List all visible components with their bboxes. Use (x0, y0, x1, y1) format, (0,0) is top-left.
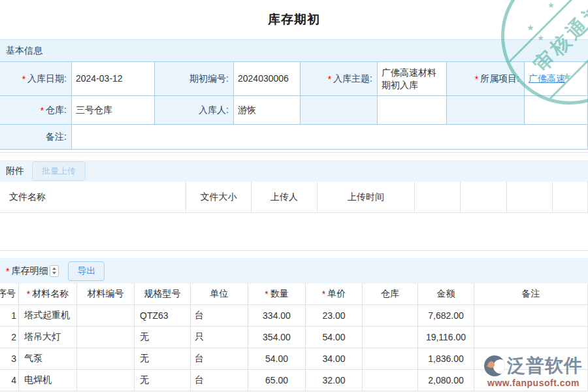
field-value-remark (72, 125, 588, 150)
table-row-cell (77, 348, 135, 370)
table-row-cell: 23.00 (306, 305, 363, 327)
table-row-cell: 台 (191, 348, 248, 370)
table-row-cell: 气泵 (19, 348, 77, 370)
table-row-cell: 1 (0, 305, 19, 327)
table-row-cell (77, 327, 135, 348)
field-label-project: * 所属项目: (447, 62, 525, 96)
col-uploader: 上传人 (252, 182, 318, 213)
col-empty (461, 182, 507, 213)
empty-label-cell (447, 96, 525, 125)
basic-info-section-header: 基本信息 (0, 40, 588, 62)
table-row-cell (474, 370, 588, 391)
attachments-title: 附件 (6, 165, 24, 177)
field-value-opening-number: 2024030006 (234, 62, 301, 96)
field-value-storage-subject: 广佛高速材料期初入库 (378, 62, 447, 96)
page-title: 库存期初 (268, 11, 320, 28)
col-remark: 备注 (474, 284, 588, 305)
table-row-cell: 电焊机 (19, 370, 77, 391)
table-row-cell: 无 (135, 327, 191, 348)
col-empty (507, 182, 553, 213)
table-row-cell: 32.00 (306, 370, 363, 391)
basic-info-title: 基本信息 (6, 45, 42, 57)
col-upload-time: 上传时间 (318, 182, 415, 213)
table-row-cell (77, 305, 135, 327)
field-label-storage-person: 入库人: (155, 96, 234, 125)
table-row-cell (363, 370, 418, 391)
table-row-cell: 65.00 (248, 370, 306, 391)
table-row-cell: 7,682.00 (418, 305, 474, 327)
table-row-cell: 354.00 (248, 327, 306, 348)
table-row-cell (474, 348, 588, 370)
basic-info-form: * 入库日期: 2024-03-12 期初编号: 2024030006 * 入库… (0, 62, 588, 150)
col-seq: 序号 (0, 284, 19, 305)
field-label-opening-number: 期初编号: (155, 62, 234, 96)
table-row-cell: 34.00 (306, 348, 363, 370)
table-row-cell: 台 (191, 305, 248, 327)
spinner-down-icon (52, 272, 56, 274)
table-row-cell: QTZ63 (135, 305, 191, 327)
col-material-name: *材料名称 (19, 284, 77, 305)
col-empty (415, 182, 461, 213)
table-row-cell: 2,080.00 (418, 370, 474, 391)
table-row-cell: 54.00 (248, 348, 306, 370)
table-row-cell: 2 (0, 327, 19, 348)
col-spec-model: 规格型号 (135, 284, 191, 305)
col-empty (553, 182, 588, 213)
table-row-cell (363, 305, 418, 327)
table-row-cell: 塔式起重机 (19, 305, 77, 327)
col-file-name: 文件名称 (0, 182, 186, 213)
attachments-section-header: 附件 批量上传 (0, 160, 588, 182)
detail-section-header: * 库存明细 导出 (0, 258, 588, 284)
empty-value-cell (525, 96, 588, 125)
title-bar: 库存期初 (0, 0, 588, 40)
table-row-cell: 4 (0, 370, 19, 391)
table-row-cell (363, 348, 418, 370)
table-row-cell (77, 370, 135, 391)
col-file-size: 文件大小 (186, 182, 252, 213)
attachments-table-header: 文件名称 文件大小 上传人 上传时间 (0, 182, 588, 213)
table-row-cell: 1,836.00 (418, 348, 474, 370)
table-row-cell: 无 (135, 348, 191, 370)
table-row-cell: 19,116.00 (418, 327, 474, 348)
table-row-cell (474, 327, 588, 348)
empty-value-cell (378, 96, 447, 125)
field-value-storage-date: 2024-03-12 (72, 62, 155, 96)
empty-label-cell (301, 96, 378, 125)
spinner-up-icon (52, 267, 56, 270)
table-row-cell: 台 (191, 370, 248, 391)
field-label-storage-date: * 入库日期: (0, 62, 72, 96)
col-unit: 单位 (191, 284, 248, 305)
field-label-warehouse: * 仓库: (0, 96, 72, 125)
col-quantity: *数量 (248, 284, 306, 305)
col-material-code: 材料编号 (77, 284, 135, 305)
table-row-cell (474, 305, 588, 327)
detail-title: 库存明细 (11, 265, 48, 277)
project-link[interactable]: 广佛高速 (529, 73, 565, 85)
batch-upload-button[interactable]: 批量上传 (32, 161, 86, 181)
col-warehouse: 仓库 (363, 284, 418, 305)
export-button[interactable]: 导出 (68, 261, 105, 281)
sort-spinner[interactable] (50, 265, 59, 277)
table-row-cell: 54.00 (306, 327, 363, 348)
field-label-storage-subject: * 入库主题: (301, 62, 378, 96)
field-value-storage-person: 游恢 (234, 96, 301, 125)
table-row-cell: 只 (191, 327, 248, 348)
detail-table: 序号 *材料名称 材料编号 规格型号 单位 *数量 *单价 仓库 金额 备注 1… (0, 284, 588, 391)
col-amount: 金额 (418, 284, 474, 305)
col-unit-price: *单价 (306, 284, 363, 305)
table-row-cell: 无 (135, 370, 191, 391)
table-row-cell (363, 327, 418, 348)
table-row-cell: 334.00 (248, 305, 306, 327)
table-row-cell: 3 (0, 348, 19, 370)
field-value-warehouse: 三号仓库 (72, 96, 155, 125)
field-label-remark: 备注: (0, 125, 72, 150)
field-value-project: 广佛高速 (525, 62, 588, 96)
attachments-empty-body (0, 213, 588, 251)
table-row-cell: 塔吊大灯 (19, 327, 77, 348)
